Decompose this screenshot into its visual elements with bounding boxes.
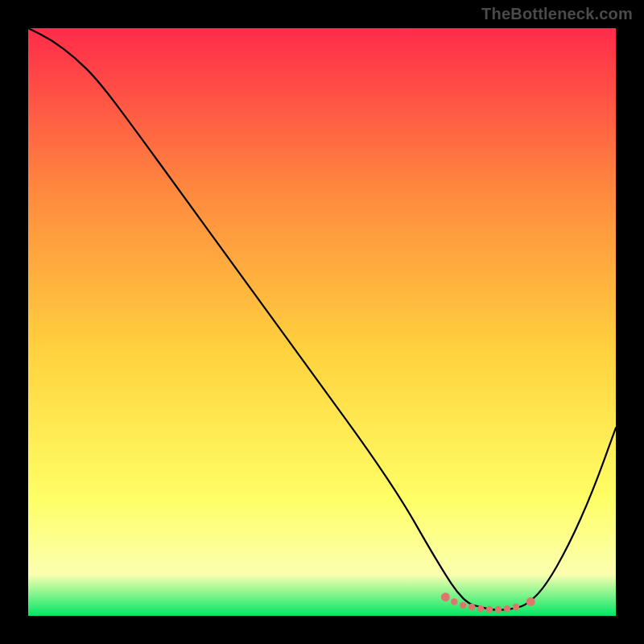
optimal-dot (495, 606, 502, 613)
optimal-dot (451, 598, 457, 605)
watermark-text: TheBottleneck.com (481, 5, 633, 23)
optimal-dot (486, 606, 493, 613)
stage: TheBottleneck.com (0, 0, 644, 644)
optimal-dot (441, 592, 450, 601)
optimal-dot (526, 597, 535, 606)
optimal-dot (460, 602, 466, 609)
optimal-dot (504, 605, 510, 612)
optimal-dot (513, 604, 519, 610)
plot-area (28, 28, 616, 616)
chart-svg (28, 28, 616, 616)
optimal-dot (477, 605, 484, 612)
optimal-dot (469, 604, 475, 610)
gradient-background (28, 28, 616, 616)
